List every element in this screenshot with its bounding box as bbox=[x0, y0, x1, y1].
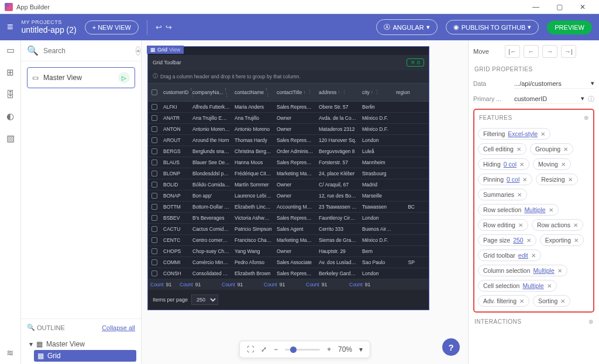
feature-chip[interactable]: Cell selection Multiple ✕ bbox=[478, 280, 557, 292]
select-all-checkbox[interactable] bbox=[152, 89, 157, 95]
feature-chip[interactable]: Page size 250 ✕ bbox=[478, 234, 536, 246]
move-left-button[interactable]: ← bbox=[524, 45, 539, 58]
feature-chip[interactable]: Pinning 0 col ✕ bbox=[478, 174, 532, 185]
feature-chip-link[interactable]: edit bbox=[518, 252, 528, 259]
feature-chip-link[interactable]: 0 col bbox=[507, 176, 519, 183]
tree-node-master[interactable]: ▾ ▦ Master View bbox=[26, 338, 136, 350]
feature-chip[interactable]: Summaries ✕ bbox=[478, 189, 527, 200]
table-row[interactable]: ANATRAna Trujillo Empa...Ana TrujilloOwn… bbox=[148, 113, 429, 124]
row-checkbox[interactable] bbox=[152, 193, 157, 199]
zoom-slider[interactable] bbox=[285, 349, 320, 351]
project-selector[interactable]: MY PROJECTS untitled-app (2) bbox=[22, 20, 77, 34]
row-checkbox[interactable] bbox=[152, 171, 157, 176]
add-interaction-button[interactable]: ⊕ bbox=[588, 318, 594, 325]
remove-chip-icon[interactable]: ✕ bbox=[563, 146, 568, 152]
feature-chip[interactable]: Row editing ✕ bbox=[478, 219, 528, 231]
components-icon[interactable]: ⊞ bbox=[6, 67, 14, 78]
move-first-button[interactable]: |← bbox=[505, 45, 520, 58]
row-checkbox[interactable] bbox=[152, 182, 157, 188]
zoom-out-button[interactable]: − bbox=[274, 345, 278, 353]
feature-chip[interactable]: Grid toolbar edit ✕ bbox=[478, 249, 541, 261]
window-minimize-button[interactable]: — bbox=[524, 1, 548, 13]
row-checkbox[interactable] bbox=[152, 226, 157, 232]
feature-chip[interactable]: Sorting ✕ bbox=[533, 295, 570, 307]
table-row[interactable]: BONAPBon app'Laurence LebihanOwner12, ru… bbox=[148, 190, 429, 202]
table-row[interactable]: ALFKIAlfreds FutterkisteMaria AndersSale… bbox=[148, 102, 429, 113]
view-card-master[interactable]: ▭ Master View ▷ bbox=[27, 67, 135, 88]
remove-chip-icon[interactable]: ✕ bbox=[519, 298, 524, 304]
remove-chip-icon[interactable]: ✕ bbox=[549, 207, 553, 213]
row-checkbox[interactable] bbox=[152, 115, 157, 121]
row-checkbox[interactable] bbox=[152, 248, 157, 254]
prop-primary-value[interactable]: customerID▾ bbox=[514, 93, 584, 104]
col-header[interactable]: companyNa... ↑ ⋮ bbox=[190, 84, 232, 101]
row-checkbox[interactable] bbox=[152, 137, 157, 143]
feature-chip-link[interactable]: 250 bbox=[513, 237, 524, 244]
page-size-select[interactable]: 250 bbox=[191, 294, 218, 305]
feature-chip-link[interactable]: Multiple bbox=[524, 206, 545, 213]
help-fab[interactable]: ? bbox=[442, 338, 460, 356]
remove-chip-icon[interactable]: ✕ bbox=[522, 176, 527, 183]
publish-github-button[interactable]: ◉ PUBLISH TO GITHUB ▾ bbox=[446, 20, 539, 34]
remove-chip-icon[interactable]: ✕ bbox=[517, 146, 521, 152]
feature-chip[interactable]: Column selection Multiple ✕ bbox=[478, 265, 567, 276]
table-row[interactable]: BOLIDBólido Comidas p...Martín SommerOwn… bbox=[148, 179, 429, 190]
table-row[interactable]: BOTTMBottom-Dollar M...Elizabeth Lincoln… bbox=[148, 202, 429, 213]
remove-chip-icon[interactable]: ✕ bbox=[541, 131, 545, 137]
window-close-button[interactable]: ✕ bbox=[571, 1, 594, 13]
data-icon[interactable]: 🗄 bbox=[6, 89, 15, 99]
group-by-area[interactable]: ⓘ Drag a column header and drop it here … bbox=[148, 70, 429, 83]
window-maximize-button[interactable]: ▢ bbox=[548, 1, 571, 13]
collapse-all-link[interactable]: Collapse all bbox=[102, 324, 135, 331]
framework-selector[interactable]: Ⓐ ANGULAR ▾ bbox=[376, 19, 437, 35]
add-view-icon[interactable]: + bbox=[136, 46, 140, 56]
redo-icon[interactable]: ↪ bbox=[166, 23, 172, 32]
feature-chip[interactable]: Row selection Multiple ✕ bbox=[478, 204, 559, 216]
move-right-button[interactable]: → bbox=[542, 45, 557, 58]
row-checkbox[interactable] bbox=[152, 215, 157, 221]
remove-chip-icon[interactable]: ✕ bbox=[557, 268, 562, 274]
feature-chip[interactable]: Resizing ✕ bbox=[536, 174, 577, 185]
row-checkbox[interactable] bbox=[152, 237, 157, 243]
new-view-button[interactable]: + NEW VIEW bbox=[85, 20, 139, 34]
col-header[interactable]: contactName ↑ ⋮ bbox=[232, 84, 274, 101]
col-header[interactable]: city ↑ ⋮ bbox=[360, 84, 394, 101]
table-row[interactable]: CACTUCactus Comidas ...Patricio SimpsonS… bbox=[148, 224, 429, 235]
remove-chip-icon[interactable]: ✕ bbox=[518, 222, 523, 228]
fit-icon[interactable]: ⛶ bbox=[247, 345, 254, 353]
filter-chip[interactable]: ✕ 0 bbox=[407, 58, 424, 67]
tree-node-grid[interactable]: ▦ Grid bbox=[34, 350, 136, 362]
table-row[interactable]: BSBEVB's BeveragesVictoria AshworthSales… bbox=[148, 213, 429, 224]
theme-icon[interactable]: ◐ bbox=[6, 111, 14, 122]
feature-chip[interactable]: Adv. filtering ✕ bbox=[478, 295, 529, 307]
feature-chip[interactable]: Grouping ✕ bbox=[530, 143, 573, 155]
prop-data-value[interactable]: .../api/customers▾ bbox=[514, 78, 594, 89]
remove-chip-icon[interactable]: ✕ bbox=[560, 298, 565, 304]
table-row[interactable]: CONSHConsolidated Hol...Elizabeth BrownS… bbox=[148, 268, 429, 279]
zoom-in-button[interactable]: + bbox=[327, 345, 331, 353]
views-icon[interactable]: ▭ bbox=[6, 45, 15, 56]
row-checkbox[interactable] bbox=[152, 160, 157, 165]
feature-chip[interactable]: Filtering Excel-style ✕ bbox=[478, 128, 550, 140]
feature-chip-link[interactable]: Multiple bbox=[522, 282, 543, 289]
remove-chip-icon[interactable]: ✕ bbox=[573, 222, 578, 228]
row-checkbox[interactable] bbox=[152, 148, 157, 154]
table-row[interactable]: CENTCCentro comercial ...Francisco Chang… bbox=[148, 235, 429, 246]
chevron-down-icon[interactable]: ▾ bbox=[359, 345, 363, 353]
feature-chip-link[interactable]: Multiple bbox=[533, 267, 555, 274]
row-checkbox[interactable] bbox=[152, 271, 157, 276]
table-row[interactable]: ANTONAntonio Moreno ...Antonio MorenoOwn… bbox=[148, 124, 429, 135]
menu-icon[interactable]: ≡ bbox=[7, 21, 13, 33]
table-row[interactable]: COMMIComércio MineiroPedro AfonsoSales A… bbox=[148, 257, 429, 268]
table-row[interactable]: AROUTAround the HornThomas HardySales Re… bbox=[148, 135, 429, 146]
row-checkbox[interactable] bbox=[152, 259, 157, 265]
row-checkbox[interactable] bbox=[152, 204, 157, 210]
remove-chip-icon[interactable]: ✕ bbox=[526, 237, 531, 244]
search-input[interactable] bbox=[43, 47, 131, 55]
table-row[interactable]: BLONPBlondesddsl père...Frédérique Citea… bbox=[148, 168, 429, 179]
table-row[interactable]: CHOPSChop-suey Chine...Yang WangOwnerHau… bbox=[148, 246, 429, 257]
grid-component[interactable]: ▦ Grid View Grid Toolbar ✕ 0 ⓘ Drag a co… bbox=[147, 46, 429, 310]
row-checkbox[interactable] bbox=[152, 104, 157, 110]
undo-icon[interactable]: ↩ bbox=[156, 23, 162, 32]
feature-chip[interactable]: Exporting ✕ bbox=[540, 234, 584, 246]
